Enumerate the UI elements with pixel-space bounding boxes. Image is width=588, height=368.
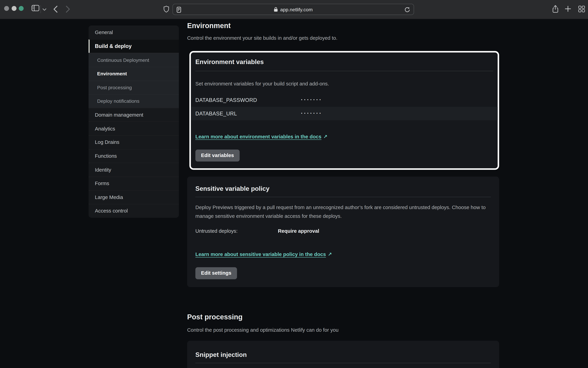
address-bar-content: app.netlify.com	[274, 7, 312, 12]
settings-sidebar: General Build & deploy Continuous Deploy…	[89, 26, 179, 218]
back-button-icon[interactable]	[53, 6, 58, 13]
external-link-arrow-icon: ↗	[328, 251, 332, 257]
policy-card-description: Deploy Previews triggered by a pull requ…	[195, 203, 491, 221]
env-card-title: Environment variables	[195, 58, 493, 66]
address-bar[interactable]: app.netlify.com	[173, 4, 414, 15]
sidebar-item-post-processing[interactable]: Post processing	[89, 80, 179, 94]
sidebar-item-deploy-notifications[interactable]: Deploy notifications	[89, 94, 179, 108]
sidebar-item-log-drains[interactable]: Log Drains	[89, 135, 179, 149]
sensitive-variable-policy-card: Sensitive variable policy Deploy Preview…	[187, 176, 499, 287]
new-tab-plus-icon[interactable]	[565, 6, 571, 12]
untrusted-deploys-label: Untrusted deploys:	[195, 228, 278, 234]
env-card-description: Set environment variables for your build…	[195, 81, 493, 87]
env-variable-name: DATABASE_URL	[195, 110, 301, 116]
post-processing-subtitle: Control the post processing and optimiza…	[187, 327, 499, 334]
env-docs-link[interactable]: Learn more about environment variables i…	[195, 134, 327, 139]
webpage-viewport: General Build & deploy Continuous Deploy…	[0, 19, 588, 368]
environment-variables-card-highlight: Environment variables Set environment va…	[189, 51, 499, 170]
forward-button-icon[interactable]	[66, 6, 70, 13]
page-format-icon[interactable]	[177, 7, 181, 13]
tls-lock-icon	[274, 7, 278, 12]
sidebar-chevron-down-icon[interactable]	[42, 8, 47, 11]
window-controls	[4, 6, 24, 11]
divider	[195, 71, 493, 71]
sidebar-item-domain-management[interactable]: Domain management	[89, 108, 179, 122]
window-zoom-button[interactable]	[19, 6, 23, 11]
env-variable-row: DATABASE_PASSWORD •••••••	[191, 93, 497, 107]
sidebar-item-access-control[interactable]: Access control	[89, 204, 179, 218]
window-minimize-button[interactable]	[11, 6, 16, 11]
reload-icon[interactable]	[404, 7, 410, 13]
policy-card-title: Sensitive variable policy	[195, 185, 491, 193]
snippet-injection-card: Snippet injection Inject analytics or ot…	[187, 341, 499, 368]
page-subtitle: Control the environment your site builds…	[187, 35, 499, 41]
edit-variables-button[interactable]: Edit variables	[195, 149, 240, 161]
browser-toolbar: app.netlify.com	[0, 0, 588, 19]
sidebar-item-forms[interactable]: Forms	[89, 176, 179, 190]
post-processing-title: Post processing	[187, 313, 499, 321]
sidebar-item-large-media[interactable]: Large Media	[89, 190, 179, 204]
env-variable-name: DATABASE_PASSWORD	[195, 97, 301, 103]
untrusted-deploys-value: Require approval	[278, 228, 319, 234]
url-text: app.netlify.com	[280, 7, 313, 12]
sidebar-item-environment[interactable]: Environment	[89, 67, 179, 80]
external-link-arrow-icon: ↗	[323, 134, 327, 139]
sidebar-item-identity[interactable]: Identity	[89, 163, 179, 176]
tab-overview-icon[interactable]	[578, 6, 585, 12]
sidebar-item-continuous-deployment[interactable]: Continuous Deployment	[89, 53, 179, 67]
page-title: Environment	[187, 21, 499, 30]
sidebar-item-functions[interactable]: Functions	[89, 149, 179, 163]
privacy-shield-icon[interactable]	[163, 6, 169, 13]
policy-docs-link[interactable]: Learn more about sensitive variable poli…	[195, 251, 332, 257]
safari-window: app.netlify.com	[0, 0, 588, 368]
divider	[195, 197, 491, 197]
sidebar-toggle-icon[interactable]	[31, 5, 39, 11]
environment-variables-card: Environment variables Set environment va…	[191, 52, 497, 168]
env-variable-list: DATABASE_PASSWORD ••••••• DATABASE_URL •…	[191, 93, 497, 120]
settings-content: Environment Control the environment your…	[187, 19, 499, 368]
window-close-button[interactable]	[4, 6, 9, 11]
sidebar-item-general[interactable]: General	[89, 26, 179, 39]
share-icon[interactable]	[552, 5, 559, 13]
sidebar-item-analytics[interactable]: Analytics	[89, 122, 179, 135]
env-variable-masked-value: •••••••	[301, 112, 323, 115]
divider	[195, 363, 491, 363]
toolbar-separator	[40, 5, 41, 13]
untrusted-deploys-row: Untrusted deploys: Require approval	[195, 228, 491, 234]
sidebar-item-build-deploy[interactable]: Build & deploy	[89, 39, 179, 53]
snippet-card-title: Snippet injection	[195, 351, 491, 359]
env-variable-row: DATABASE_URL •••••••	[191, 107, 497, 120]
env-variable-masked-value: •••••••	[301, 98, 323, 102]
edit-settings-button[interactable]: Edit settings	[195, 267, 237, 279]
